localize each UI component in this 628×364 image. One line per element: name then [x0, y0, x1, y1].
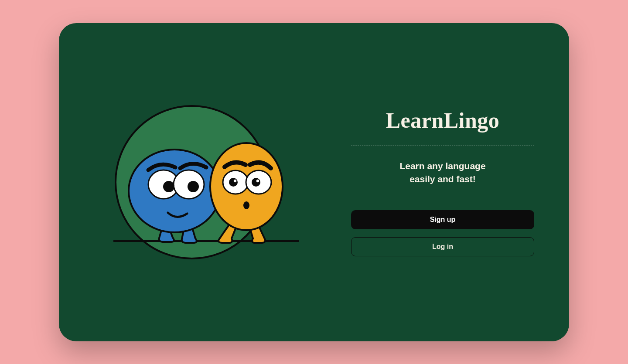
blue-left-pupil-icon [163, 181, 174, 192]
characters-illustration [94, 91, 312, 274]
orange-left-pupil-icon [229, 178, 238, 187]
illustration-panel [85, 41, 321, 324]
orange-right-pupil-icon [252, 178, 260, 187]
app-title: LearnLingo [351, 108, 534, 133]
orange-mouth-icon [243, 201, 249, 209]
signup-button[interactable]: Sign up [351, 210, 534, 229]
auth-content: LearnLingo Learn any language easily and… [351, 108, 534, 257]
divider-line [351, 145, 534, 146]
login-button[interactable]: Log in [351, 237, 534, 256]
blue-right-pupil-icon [188, 181, 199, 192]
orange-right-glint-icon [256, 179, 259, 182]
tagline-text: Learn any language easily and fast! [351, 160, 534, 186]
auth-card: LearnLingo Learn any language easily and… [59, 23, 569, 341]
orange-left-glint-icon [234, 179, 236, 182]
auth-buttons: Sign up Log in [351, 210, 534, 256]
